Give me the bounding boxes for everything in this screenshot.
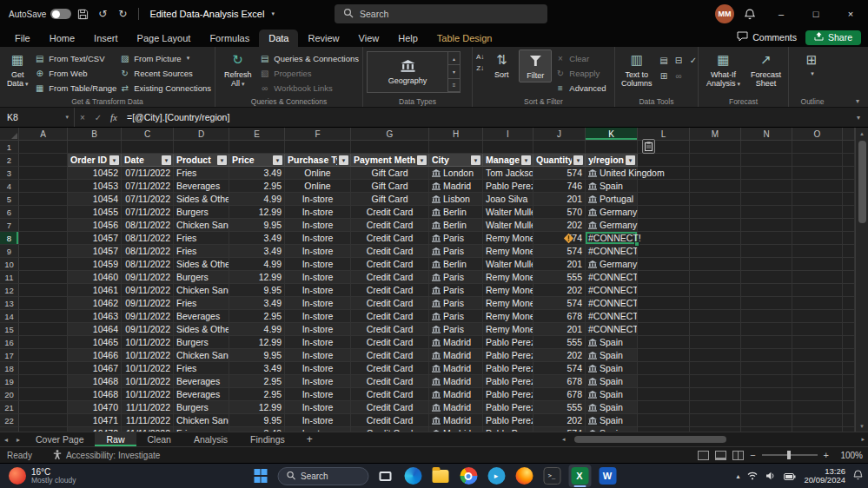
cell-E2[interactable]: Price▼ — [229, 154, 285, 167]
cell-D8[interactable]: Fries — [174, 232, 229, 245]
scroll-left-icon[interactable]: ◂ — [562, 436, 566, 443]
sort-button[interactable]: ⇅ Sort — [487, 49, 516, 81]
cell-J10[interactable]: 201 — [533, 258, 586, 271]
cell-J18[interactable]: 574 — [533, 362, 586, 375]
cell-F20[interactable]: In-store — [285, 388, 351, 401]
fill-handle[interactable] — [634, 241, 639, 247]
cell-F13[interactable]: In-store — [285, 297, 351, 310]
row-header-16[interactable]: 16 — [0, 336, 19, 349]
cell-H18[interactable]: Madrid — [429, 362, 483, 375]
sheet-nav-left-icon[interactable]: ◂ — [0, 436, 12, 444]
cell-L21[interactable] — [638, 401, 690, 414]
cell-K16[interactable]: Spain — [586, 336, 638, 349]
cell-L17[interactable] — [638, 349, 690, 362]
row-header-14[interactable]: 14 — [0, 310, 19, 323]
column-header-N[interactable]: N — [741, 128, 792, 141]
flash-fill-icon[interactable]: ▤ — [658, 53, 671, 67]
cell-J3[interactable]: 574 — [533, 167, 586, 180]
horizontal-scroll-thumb[interactable] — [574, 436, 726, 443]
cell-N11[interactable] — [741, 271, 792, 284]
cell-G6[interactable]: Credit Card — [351, 206, 429, 219]
cell-H13[interactable]: Paris — [429, 297, 483, 310]
properties-button[interactable]: ▧Properties — [259, 66, 359, 80]
cell-N19[interactable] — [741, 375, 792, 388]
remove-duplicates-icon[interactable]: ⊟ — [673, 53, 686, 67]
column-header-M[interactable]: M — [690, 128, 741, 141]
page-layout-view-icon[interactable] — [715, 451, 726, 460]
cell-M11[interactable] — [690, 271, 741, 284]
cell-A5[interactable] — [19, 193, 68, 206]
undo-icon[interactable]: ↺ — [94, 4, 111, 23]
cell-C22[interactable]: 11/11/2022 — [122, 414, 174, 427]
cell-N13[interactable] — [741, 297, 792, 310]
cell-O16[interactable] — [792, 336, 843, 349]
task-view-icon[interactable] — [374, 465, 396, 487]
accessibility-status[interactable]: Accessibility: Investigate — [53, 450, 160, 461]
cell-G3[interactable]: Gift Card — [351, 167, 429, 180]
cell-H22[interactable]: Madrid — [429, 414, 483, 427]
sheet-tab-analysis[interactable]: Analysis — [182, 432, 239, 446]
filter-button-order-id[interactable]: ▼ — [109, 155, 119, 165]
cell-J20[interactable]: 678 — [533, 388, 586, 401]
cell-A2[interactable] — [19, 154, 68, 167]
cell-D10[interactable]: Sides & Other — [174, 258, 229, 271]
cell-N18[interactable] — [741, 362, 792, 375]
row-header-18[interactable]: 18 — [0, 362, 19, 375]
cell-F14[interactable]: In-store — [285, 310, 351, 323]
cell-L12[interactable] — [638, 284, 690, 297]
row-header-15[interactable]: 15 — [0, 323, 19, 336]
cell-J16[interactable]: 555 — [533, 336, 586, 349]
cell-G12[interactable]: Credit Card — [351, 284, 429, 297]
cell-G7[interactable]: Credit Card — [351, 219, 429, 232]
row-header-4[interactable]: 4 — [0, 180, 19, 193]
cell-G1[interactable] — [351, 141, 429, 154]
cell-O20[interactable] — [792, 388, 843, 401]
cell-C1[interactable] — [122, 141, 174, 154]
cell-B8[interactable]: 10457 — [68, 232, 122, 245]
cell-A22[interactable] — [19, 414, 68, 427]
cell-O15[interactable] — [792, 323, 843, 336]
cell-K14[interactable]: #CONNECT! — [586, 310, 638, 323]
autosave-toggle[interactable] — [50, 9, 71, 19]
titlebar-search[interactable]: Search — [335, 4, 547, 23]
cell-A6[interactable] — [19, 206, 68, 219]
cell-N9[interactable] — [741, 245, 792, 258]
insert-function-icon[interactable]: fx — [106, 112, 122, 122]
cell-F3[interactable]: Online — [285, 167, 351, 180]
row-header-22[interactable]: 22 — [0, 414, 19, 427]
cell-D9[interactable]: Fries — [174, 245, 229, 258]
refresh-all-button[interactable]: ↻ Refresh All▾ — [219, 49, 256, 90]
cell-L8[interactable] — [638, 232, 690, 245]
cell-O22[interactable] — [792, 414, 843, 427]
cell-A19[interactable] — [19, 375, 68, 388]
cell-K20[interactable]: Spain — [586, 388, 638, 401]
cell-B11[interactable]: 10460 — [68, 271, 122, 284]
existing-connections-button[interactable]: ⇄Existing Connections — [119, 81, 211, 95]
column-header-F[interactable]: F — [285, 128, 351, 141]
cell-E17[interactable]: 9.95 — [229, 349, 285, 362]
gallery-down-icon[interactable]: ▾ — [448, 65, 460, 78]
cell-H8[interactable]: Paris — [429, 232, 483, 245]
cell-O5[interactable] — [792, 193, 843, 206]
close-button[interactable]: × — [833, 0, 868, 28]
ribbon-tab-table-design[interactable]: Table Design — [427, 30, 502, 47]
cell-F21[interactable]: In-store — [285, 401, 351, 414]
cell-L9[interactable] — [638, 245, 690, 258]
cell-O2[interactable] — [792, 154, 843, 167]
tray-chevron-up-icon[interactable]: ▴ — [736, 472, 739, 480]
cell-I19[interactable]: Pablo Perez — [483, 375, 533, 388]
cell-I3[interactable]: Tom Jackson — [483, 167, 533, 180]
cell-K2[interactable]: Country/region▼ — [586, 154, 638, 167]
cell-N17[interactable] — [741, 349, 792, 362]
cell-M18[interactable] — [690, 362, 741, 375]
cell-D6[interactable]: Burgers — [174, 206, 229, 219]
row-header-21[interactable]: 21 — [0, 401, 19, 414]
cell-N8[interactable] — [741, 232, 792, 245]
cell-E3[interactable]: 3.49 — [229, 167, 285, 180]
cell-O14[interactable] — [792, 310, 843, 323]
paste-options-icon[interactable] — [642, 139, 655, 154]
cell-F22[interactable]: In-store — [285, 414, 351, 427]
cell-I9[interactable]: Remy Monet — [483, 245, 533, 258]
scroll-right-icon[interactable]: ▸ — [861, 436, 865, 443]
cell-L16[interactable] — [638, 336, 690, 349]
